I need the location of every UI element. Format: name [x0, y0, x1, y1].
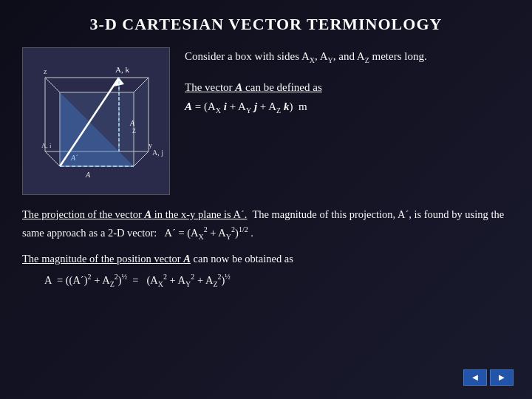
svg-text:A, k: A, k — [115, 65, 129, 74]
magnitude-formula: A = ((A´)2 + AZ2)½ = (AX2 + AY2 + AZ2)½ — [44, 271, 510, 290]
forward-button[interactable]: ► — [490, 369, 514, 386]
vector-diagram: A, k A A Z y A, j z A´ A, i — [23, 48, 170, 195]
diagram-box: A, k A A Z y A, j z A´ A, i — [22, 47, 170, 195]
svg-text:A, j: A, j — [152, 149, 163, 157]
magnitude-paragraph: The magnitude of the position vector A c… — [22, 250, 510, 290]
magnitude-underline: The magnitude of the position vector A — [22, 253, 191, 265]
back-button[interactable]: ◄ — [463, 369, 487, 386]
slide-title: 3-D CARTESIAN VECTOR TERMINOLOGY — [22, 15, 510, 34]
slide: 3-D CARTESIAN VECTOR TERMINOLOGY — [0, 0, 532, 399]
vector-definition: The vector A can be defined as A = (AX i… — [185, 78, 510, 117]
vector-formula: A = (AX i + AY j + AZ k) m — [185, 100, 307, 112]
consider-text: Consider a box with sides AX, AY, and AZ… — [185, 47, 510, 66]
svg-text:A: A — [129, 119, 135, 127]
right-text: Consider a box with sides AX, AY, and AZ… — [185, 47, 510, 195]
content-area: A, k A A Z y A, j z A´ A, i Consider a b… — [22, 47, 510, 195]
projection-paragraph: The projection of the vector A in the x-… — [22, 206, 510, 243]
projection-underline: The projection of the vector A in the x-… — [22, 208, 247, 220]
svg-text:Z: Z — [132, 128, 136, 134]
nav-arrows: ◄ ► — [463, 369, 514, 386]
vector-A-label: A — [235, 81, 242, 93]
svg-text:z: z — [44, 67, 47, 75]
vector-def-underline: The vector A can be defined as — [185, 81, 322, 93]
svg-marker-17 — [134, 78, 149, 166]
svg-text:A: A — [85, 171, 91, 179]
svg-text:A, i: A, i — [41, 142, 52, 149]
bottom-section: The projection of the vector A in the x-… — [22, 206, 510, 290]
svg-text:A´: A´ — [70, 154, 78, 162]
